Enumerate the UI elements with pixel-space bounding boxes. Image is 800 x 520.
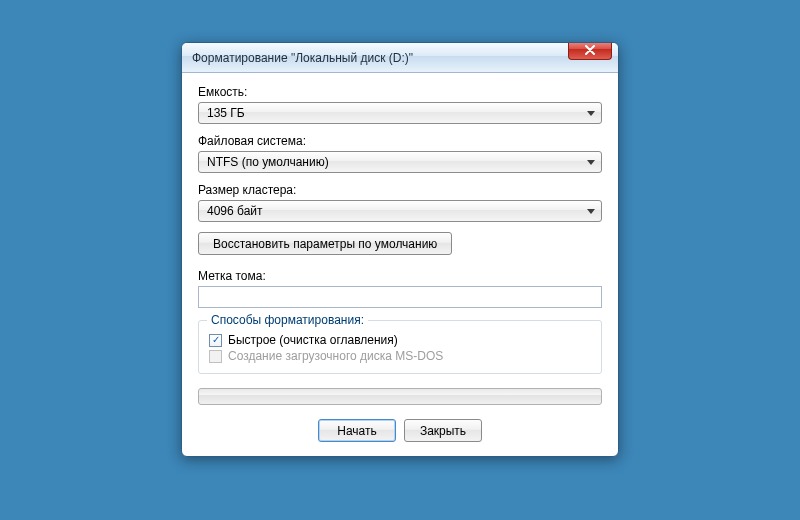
dialog-buttons: Начать Закрыть <box>198 419 602 442</box>
cluster-label: Размер кластера: <box>198 183 602 197</box>
volume-label-input[interactable] <box>198 286 602 308</box>
volume-label-label: Метка тома: <box>198 269 602 283</box>
start-button[interactable]: Начать <box>318 419 396 442</box>
close-button[interactable] <box>568 42 612 60</box>
filesystem-value: NTFS (по умолчанию) <box>207 155 587 169</box>
capacity-combobox[interactable]: 135 ГБ <box>198 102 602 124</box>
quick-format-label: Быстрое (очистка оглавления) <box>228 333 398 347</box>
filesystem-label: Файловая система: <box>198 134 602 148</box>
msdos-boot-label: Создание загрузочного диска MS-DOS <box>228 349 443 363</box>
format-options-group: Способы форматирования: ✓ Быстрое (очист… <box>198 320 602 374</box>
chevron-down-icon <box>587 111 595 116</box>
format-dialog-window: Форматирование "Локальный диск (D:)" Емк… <box>181 42 619 457</box>
client-area: Емкость: 135 ГБ Файловая система: NTFS (… <box>182 73 618 456</box>
titlebar[interactable]: Форматирование "Локальный диск (D:)" <box>182 43 618 73</box>
window-title: Форматирование "Локальный диск (D:)" <box>192 51 612 65</box>
cluster-combobox[interactable]: 4096 байт <box>198 200 602 222</box>
capacity-value: 135 ГБ <box>207 106 587 120</box>
filesystem-combobox[interactable]: NTFS (по умолчанию) <box>198 151 602 173</box>
progress-bar <box>198 388 602 405</box>
cluster-value: 4096 байт <box>207 204 587 218</box>
chevron-down-icon <box>587 160 595 165</box>
chevron-down-icon <box>587 209 595 214</box>
close-dialog-button[interactable]: Закрыть <box>404 419 482 442</box>
checkbox-icon <box>209 350 222 363</box>
restore-defaults-button[interactable]: Восстановить параметры по умолчанию <box>198 232 452 255</box>
quick-format-option[interactable]: ✓ Быстрое (очистка оглавления) <box>209 333 591 347</box>
close-icon <box>584 45 596 55</box>
format-options-legend: Способы форматирования: <box>207 313 368 327</box>
capacity-label: Емкость: <box>198 85 602 99</box>
checkbox-icon: ✓ <box>209 334 222 347</box>
msdos-boot-option: Создание загрузочного диска MS-DOS <box>209 349 591 363</box>
